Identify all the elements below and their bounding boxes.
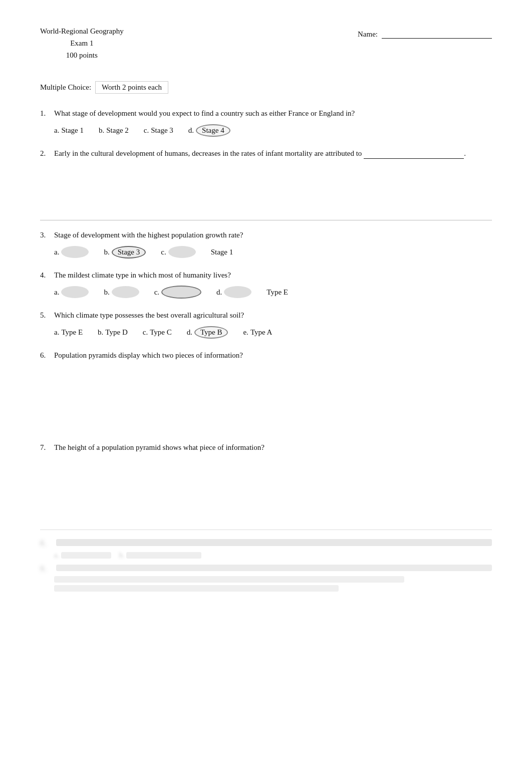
q1-answers: a. Stage 1 b. Stage 2 c. Stage 3 d. Stag… xyxy=(40,124,492,137)
q5-answer-e: e. Type A xyxy=(243,328,272,337)
q3-c-blurred xyxy=(168,246,196,258)
q8-text-blurred xyxy=(56,539,492,546)
section-header: Multiple Choice: Worth 2 points each xyxy=(40,81,492,94)
q2-num: 2. xyxy=(40,148,54,159)
q5-answer-a: a. Type E xyxy=(54,328,83,337)
q6-space xyxy=(40,366,492,431)
q3-a-blurred xyxy=(61,246,89,258)
q4-c-blurred-circled xyxy=(161,286,201,299)
q8-blurred: 8. xyxy=(40,539,492,548)
q5-num: 5. xyxy=(40,310,54,321)
bottom-blurred-section: 8. a. b. 9. xyxy=(40,530,492,592)
worth-box: Worth 2 points each xyxy=(95,81,168,94)
header: World-Regional Geography Exam 1 100 poin… xyxy=(40,25,492,61)
q6-body: Population pyramids display which two pi… xyxy=(54,350,492,361)
q4-b-blurred xyxy=(112,286,139,298)
exam-title-line2: Exam 1 xyxy=(40,37,124,49)
exam-title-line3: 100 points xyxy=(40,49,124,61)
q5-answers: a. Type E b. Type D c. Type C d. Type B … xyxy=(40,326,492,339)
exam-title-line1: World-Regional Geography xyxy=(40,25,124,37)
q3-answer-a: a. xyxy=(54,246,89,258)
q9-extra-blurred xyxy=(40,576,492,592)
q1-answer-c: c. Stage 3 xyxy=(144,126,173,135)
question-4-text: 4. The mildest climate type in which mos… xyxy=(40,270,492,281)
q1-answer-b: b. Stage 2 xyxy=(99,126,129,135)
q5-answer-c: c. Type C xyxy=(143,328,172,337)
question-2-text: 2. Early in the cultural development of … xyxy=(40,148,492,159)
question-7: 7. The height of a population pyramid sh… xyxy=(40,442,492,518)
q4-answer-d: d. xyxy=(216,286,251,298)
exam-page: World-Regional Geography Exam 1 100 poin… xyxy=(0,0,532,782)
questions-list: 1. What stage of development would you e… xyxy=(40,108,492,592)
q7-body: The height of a population pyramid shows… xyxy=(54,442,492,453)
q4-answer-e: Type E xyxy=(267,288,288,297)
question-3: 3. Stage of development with the highest… xyxy=(40,229,492,258)
q5-answer-d: d. Type B xyxy=(187,326,228,339)
q4-num: 4. xyxy=(40,270,54,281)
q8-answers-blurred: a. b. xyxy=(40,552,492,560)
question-5: 5. Which climate type possesses the best… xyxy=(40,310,492,339)
q3-answer-b: b. Stage 3 xyxy=(104,246,146,258)
q4-d-blurred xyxy=(224,286,251,298)
question-1: 1. What stage of development would you e… xyxy=(40,108,492,137)
q3-body: Stage of development with the highest po… xyxy=(54,229,492,241)
q5-body: Which climate type possesses the best ov… xyxy=(54,310,492,321)
q4-answer-c: c. xyxy=(154,286,201,299)
question-2: 2. Early in the cultural development of … xyxy=(40,148,492,209)
question-7-text: 7. The height of a population pyramid sh… xyxy=(40,442,492,453)
q3-answer-d: Stage 1 xyxy=(211,248,233,256)
q2-blank[interactable] xyxy=(364,152,464,159)
q8-a-blurred: a. xyxy=(54,552,111,560)
q1-num: 1. xyxy=(40,108,54,119)
question-1-text: 1. What stage of development would you e… xyxy=(40,108,492,119)
q2-extra-space xyxy=(40,164,492,209)
q1-body: What stage of development would you expe… xyxy=(54,108,492,119)
exam-title-block: World-Regional Geography Exam 1 100 poin… xyxy=(40,25,124,61)
q1-answer-d: d. Stage 4 xyxy=(188,124,230,137)
question-3-text: 3. Stage of development with the highest… xyxy=(40,229,492,241)
name-label: Name: xyxy=(358,30,378,39)
name-write-line xyxy=(382,31,492,39)
q8-b-blurred: b. xyxy=(119,552,202,560)
q9-blurred: 9. xyxy=(40,565,492,573)
q4-answer-b: b. xyxy=(104,286,139,298)
q3-num: 3. xyxy=(40,229,54,241)
section-divider xyxy=(40,220,492,220)
question-6-text: 6. Population pyramids display which two… xyxy=(40,350,492,361)
q7-space xyxy=(40,458,492,518)
q4-a-blurred xyxy=(61,286,89,298)
name-field-area: Name: xyxy=(358,25,492,39)
q6-num: 6. xyxy=(40,350,54,361)
q4-body: The mildest climate type in which most o… xyxy=(54,270,492,281)
q4-answer-a: a. xyxy=(54,286,89,298)
q3-answer-c: c. xyxy=(161,246,195,258)
q3-answers: a. b. Stage 3 c. Stage 1 xyxy=(40,246,492,258)
section-label: Multiple Choice: xyxy=(40,83,91,92)
q4-answers: a. b. c. d. Type E xyxy=(40,286,492,299)
question-4: 4. The mildest climate type in which mos… xyxy=(40,270,492,299)
q7-num: 7. xyxy=(40,442,54,453)
q2-body: Early in the cultural development of hum… xyxy=(54,148,492,159)
question-5-text: 5. Which climate type possesses the best… xyxy=(40,310,492,321)
q5-answer-b: b. Type D xyxy=(98,328,128,337)
q1-answer-a: a. Stage 1 xyxy=(54,126,84,135)
q8-num-blurred: 8. xyxy=(40,539,51,548)
question-6: 6. Population pyramids display which two… xyxy=(40,350,492,431)
bottom-divider xyxy=(40,530,492,530)
